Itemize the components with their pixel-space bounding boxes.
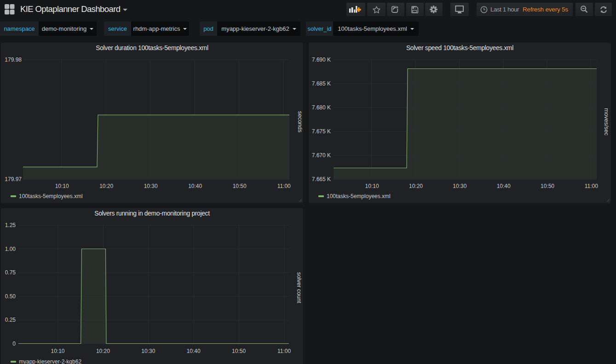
svg-text:10:40: 10:40 [187, 348, 201, 354]
svg-text:0.50: 0.50 [5, 293, 16, 300]
svg-text:10:10: 10:10 [365, 183, 379, 189]
svg-text:10:30: 10:30 [141, 348, 155, 354]
svg-text:7.680 K: 7.680 K [312, 104, 331, 111]
svg-text:1.00: 1.00 [5, 246, 16, 252]
svg-text:10:40: 10:40 [497, 183, 511, 189]
svg-text:10:10: 10:10 [51, 348, 64, 354]
svg-text:7.690 K: 7.690 K [312, 57, 331, 63]
svg-text:10:10: 10:10 [55, 183, 69, 189]
svg-text:0.25: 0.25 [5, 317, 16, 323]
svg-text:solver count: solver count [296, 272, 302, 303]
svg-text:10:50: 10:50 [541, 183, 554, 189]
svg-text:10:30: 10:30 [144, 183, 158, 189]
svg-text:10:40: 10:40 [188, 183, 202, 189]
svg-text:seconds: seconds [297, 111, 303, 133]
svg-text:179.97: 179.97 [5, 176, 22, 182]
svg-text:10:50: 10:50 [233, 183, 247, 189]
svg-text:11:00: 11:00 [277, 348, 291, 354]
svg-text:7.685 K: 7.685 K [312, 80, 331, 87]
svg-text:179.98: 179.98 [5, 57, 22, 63]
svg-text:10:20: 10:20 [96, 348, 110, 354]
svg-text:7.675 K: 7.675 K [312, 128, 331, 135]
svg-text:7.665 K: 7.665 K [312, 176, 331, 182]
svg-text:1.25: 1.25 [5, 222, 16, 228]
svg-text:moves/sec: moves/sec [603, 108, 610, 136]
svg-text:0: 0 [12, 341, 16, 347]
svg-text:10:50: 10:50 [232, 348, 246, 354]
svg-text:11:00: 11:00 [277, 183, 291, 189]
svg-text:7.670 K: 7.670 K [312, 152, 331, 159]
svg-text:0.75: 0.75 [5, 269, 16, 276]
svg-text:10:20: 10:20 [409, 183, 423, 189]
svg-text:10:20: 10:20 [99, 183, 113, 189]
svg-text:11:00: 11:00 [585, 183, 598, 189]
svg-text:10:30: 10:30 [453, 183, 466, 189]
